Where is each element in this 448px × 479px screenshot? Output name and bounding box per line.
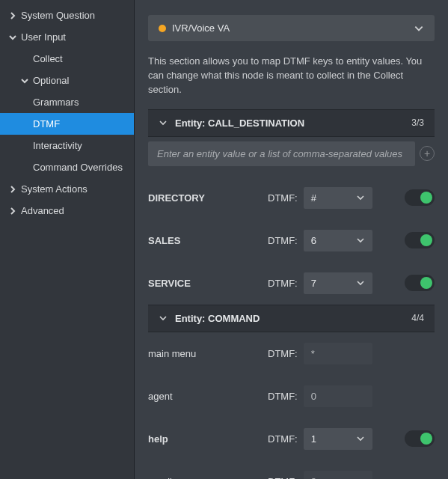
sidebar-item-system-actions[interactable]: System Actions	[0, 178, 134, 200]
dtmf-value: 7	[311, 278, 356, 289]
entity-header[interactable]: Entity: COMMAND4/4	[148, 305, 435, 332]
dtmf-value: 1	[311, 433, 356, 445]
sidebar-item-label: Optional	[33, 75, 69, 86]
dtmf-label: DTMF:	[268, 278, 298, 289]
dtmf-label: DTMF:	[268, 433, 298, 445]
mapping-name: agent	[148, 391, 268, 402]
chevron-down-icon	[356, 193, 365, 202]
sidebar-item-label: User Input	[21, 31, 66, 43]
entities-container: Entity: CALL_DESTINATION3/3+DIRECTORYDTM…	[148, 109, 435, 479]
status-dot-icon	[159, 25, 166, 32]
entity-count: 3/3	[411, 118, 424, 128]
sidebar-item-interactivity[interactable]: Interactivity	[0, 135, 134, 156]
mapping-toggle[interactable]	[405, 189, 435, 206]
sidebar-item-label: DTMF	[33, 118, 60, 129]
sidebar-item-optional[interactable]: Optional	[0, 70, 134, 91]
chevron-down-icon	[356, 278, 365, 287]
dtmf-value: #	[311, 192, 356, 204]
mapping-name: SERVICE	[148, 278, 268, 289]
dtmf-label: DTMF:	[268, 192, 298, 204]
sidebar-item-label: System Question	[21, 10, 95, 21]
mapping-toggle[interactable]	[405, 232, 435, 248]
entity-header[interactable]: Entity: CALL_DESTINATION3/3	[148, 109, 435, 137]
entity-count: 4/4	[411, 313, 424, 323]
sidebar-item-dtmf[interactable]: DTMF	[0, 113, 134, 135]
mapping-row: goodbyeDTMF:8	[148, 460, 435, 479]
mapping-row: SERVICEDTMF:7	[148, 262, 435, 305]
dtmf-select[interactable]: 6	[304, 230, 372, 251]
dtmf-label: DTMF:	[268, 348, 298, 359]
chevron-down-icon	[9, 34, 16, 41]
mapping-name: DIRECTORY	[148, 192, 268, 204]
entity-value-input[interactable]	[148, 141, 415, 166]
mapping-row: helpDTMF:1	[148, 418, 435, 460]
mapping-name: main menu	[148, 348, 268, 359]
chevron-down-icon	[414, 23, 424, 34]
toggle-knob-icon	[420, 234, 432, 246]
chevron-down-icon	[21, 77, 28, 85]
chevron-down-icon	[159, 118, 168, 127]
mapping-row: main menuDTMF:*	[148, 332, 435, 375]
sidebar-item-label: Advanced	[21, 205, 64, 216]
toggle-knob-icon	[420, 277, 432, 289]
chevron-right-icon	[9, 12, 16, 19]
chevron-right-icon	[9, 207, 16, 215]
dtmf-label: DTMF:	[268, 476, 298, 479]
dtmf-select[interactable]: 1	[304, 428, 372, 450]
entity-label: Entity: CALL_DESTINATION	[175, 118, 411, 129]
sidebar-item-command-overrides[interactable]: Command Overrides	[0, 156, 134, 178]
sidebar-item-system-question[interactable]: System Question	[0, 4, 134, 26]
toggle-knob-icon	[420, 433, 432, 445]
section-description: This section allows you to map DTMF keys…	[148, 55, 435, 97]
sidebar-item-label: Grammars	[33, 97, 79, 108]
sidebar-item-user-input[interactable]: User Input	[0, 26, 134, 48]
dtmf-value-static: 0	[304, 385, 372, 407]
dtmf-label: DTMF:	[268, 235, 298, 246]
dtmf-value-static: 8	[304, 471, 372, 479]
sidebar-item-label: Interactivity	[33, 140, 82, 151]
channel-title: IVR/Voice VA	[172, 22, 414, 34]
dtmf-select[interactable]: #	[304, 187, 372, 209]
mapping-list: main menuDTMF:*agentDTMF:0helpDTMF:1good…	[148, 332, 435, 479]
toggle-knob-icon	[420, 192, 432, 204]
dtmf-select[interactable]: 7	[304, 272, 372, 294]
dtmf-value-static: *	[304, 343, 372, 364]
mapping-list: DIRECTORYDTMF:#SALESDTMF:6SERVICEDTMF:7	[148, 177, 435, 305]
sidebar: System QuestionUser InputCollectOptional…	[0, 0, 135, 479]
chevron-down-icon	[356, 236, 365, 245]
chevron-right-icon	[9, 186, 16, 193]
mapping-name: goodbye	[148, 476, 268, 479]
sidebar-item-grammars[interactable]: Grammars	[0, 91, 134, 113]
dtmf-value: 6	[311, 235, 356, 246]
sidebar-item-advanced[interactable]: Advanced	[0, 200, 134, 222]
sidebar-item-collect[interactable]: Collect	[0, 48, 134, 70]
sidebar-item-label: System Actions	[21, 183, 88, 195]
chevron-down-icon	[356, 434, 365, 443]
add-value-button[interactable]: +	[420, 146, 435, 161]
dtmf-label: DTMF:	[268, 391, 298, 402]
mapping-name: help	[148, 433, 268, 445]
mapping-row: DIRECTORYDTMF:#	[148, 177, 435, 219]
entity-block: Entity: CALL_DESTINATION3/3+DIRECTORYDTM…	[148, 109, 435, 305]
sidebar-item-label: Collect	[33, 53, 63, 64]
main-content: IVR/Voice VA This section allows you to …	[135, 0, 448, 479]
mapping-toggle[interactable]	[405, 275, 435, 291]
mapping-row: SALESDTMF:6	[148, 219, 435, 262]
sidebar-item-label: Command Overrides	[33, 162, 123, 173]
mapping-row: agentDTMF:0	[148, 375, 435, 418]
mapping-name: SALES	[148, 235, 268, 246]
mapping-toggle[interactable]	[405, 430, 435, 447]
entity-block: Entity: COMMAND4/4main menuDTMF:*agentDT…	[148, 305, 435, 479]
entity-label: Entity: COMMAND	[175, 313, 411, 324]
channel-dropdown[interactable]: IVR/Voice VA	[148, 15, 435, 41]
entity-value-input-row: +	[148, 137, 435, 177]
chevron-down-icon	[159, 314, 168, 323]
